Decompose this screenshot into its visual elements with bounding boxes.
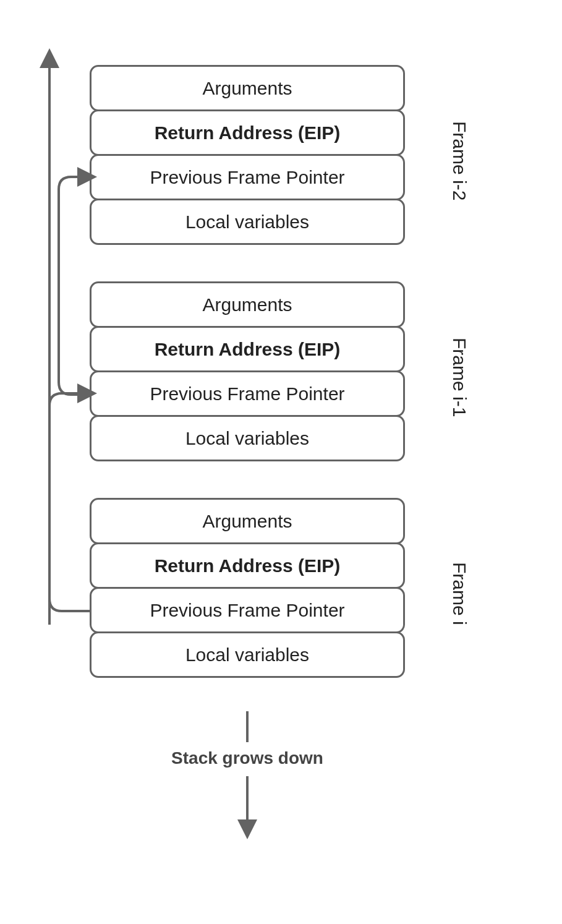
stack-frame-diagram: Arguments Return Address (EIP) Previous …	[0, 0, 562, 924]
cell-arguments: Arguments	[90, 498, 405, 544]
cell-return-address: Return Address (EIP)	[90, 109, 405, 156]
stack-grows-down-label: Stack grows down	[90, 748, 405, 768]
frame-label-i-minus-2: Frame i-2	[445, 99, 470, 223]
frame-label-i: Frame i	[445, 538, 470, 649]
frame-group-i: Arguments Return Address (EIP) Previous …	[90, 498, 405, 678]
prev-fp-link-i-minus-1-to-i-minus-2	[59, 177, 90, 395]
cell-local-variables: Local variables	[90, 631, 405, 678]
cell-return-address: Return Address (EIP)	[90, 326, 405, 372]
frame-label-i-minus-1: Frame i-1	[445, 315, 470, 439]
cell-local-variables: Local variables	[90, 415, 405, 461]
cell-prev-frame-pointer: Previous Frame Pointer	[90, 154, 405, 200]
cell-prev-frame-pointer: Previous Frame Pointer	[90, 370, 405, 417]
cell-arguments: Arguments	[90, 65, 405, 111]
cell-prev-frame-pointer: Previous Frame Pointer	[90, 587, 405, 633]
prev-fp-link-i-to-i-minus-1	[49, 393, 90, 611]
frame-group-i-minus-2: Arguments Return Address (EIP) Previous …	[90, 65, 405, 245]
cell-local-variables: Local variables	[90, 199, 405, 245]
cell-return-address: Return Address (EIP)	[90, 542, 405, 589]
cell-arguments: Arguments	[90, 281, 405, 328]
frame-group-i-minus-1: Arguments Return Address (EIP) Previous …	[90, 281, 405, 461]
